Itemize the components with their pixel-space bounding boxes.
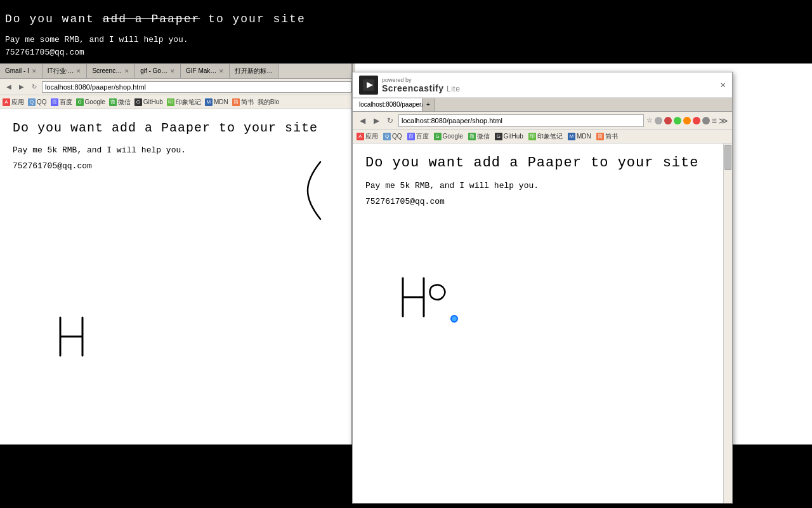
ov-bm-apps-icon: A [357, 133, 364, 140]
ov-bm-baidu-label: 百度 [416, 132, 429, 141]
tab-gif-go-label: gif - Go… [140, 67, 167, 74]
ov-address-input[interactable] [398, 114, 644, 127]
bm-wechat[interactable]: 微 微信 [109, 98, 131, 107]
bm-google[interactable]: G Google [76, 98, 105, 106]
ov-bm-qq[interactable]: Q QQ [383, 133, 402, 140]
top-subtext2: 752761705@qq.com [5, 48, 84, 57]
bm-baidu[interactable]: 百 百度 [51, 98, 72, 107]
tab-it-close[interactable]: ✕ [76, 68, 81, 74]
tab-gmail[interactable]: Gmail - I ✕ [0, 64, 43, 78]
ov-bm-evernote-label: 印象笔记 [537, 132, 563, 141]
ov-bm-mdn-label: MDN [577, 133, 591, 140]
ov-icon5[interactable] [693, 117, 700, 124]
address-input[interactable] [42, 81, 351, 93]
bg-tabs-bar: Gmail - I ✕ IT行业·… ✕ Screenc… ✕ gif - Go… [0, 64, 355, 79]
bm-baidu-icon: 百 [51, 98, 58, 106]
ov-subtext1: Pay me 5k RMB, and I will help you. [365, 181, 719, 190]
forward-button[interactable]: ▶ [16, 82, 27, 92]
ov-bm-apps-label: 应用 [365, 132, 378, 141]
ov-icon4[interactable] [683, 117, 691, 124]
ov-scrollbar-thumb[interactable] [724, 145, 731, 170]
sc-lite-label: Lite [447, 84, 460, 93]
ov-refresh-button[interactable]: ↻ [384, 116, 396, 125]
screencastify-header: powered by Screencastify Lite ✕ [353, 72, 732, 98]
bm-myblog[interactable]: 我的Blo [258, 98, 279, 107]
ov-bm-google-icon: G [434, 133, 442, 140]
ov-bm-google-label: Google [443, 133, 463, 140]
bm-qq[interactable]: Q QQ [28, 98, 47, 106]
ov-bm-mdn[interactable]: M MDN [568, 133, 591, 140]
bg-heading: Do you want add a Paaper to your site [13, 121, 343, 135]
ov-bm-jianshu-label: 简书 [605, 132, 618, 141]
bm-qq-icon: Q [28, 98, 36, 106]
ov-more-icon[interactable]: ≫ [719, 116, 728, 126]
ov-forward-button[interactable]: ▶ [370, 116, 382, 125]
ov-addr-icons: ☆ ≡ ≫ [646, 116, 728, 126]
sc-app-name: Screencastify Lite [382, 83, 460, 93]
ov-bm-qq-label: QQ [392, 133, 402, 140]
bm-wechat-label: 微信 [118, 98, 131, 107]
bm-baidu-label: 百度 [60, 98, 72, 107]
tab-screen-close[interactable]: ✕ [124, 68, 129, 74]
ov-icon2[interactable] [664, 117, 672, 124]
cursor-dot [450, 315, 458, 323]
bm-apps[interactable]: A 应用 [3, 98, 24, 107]
ov-icon1[interactable] [655, 117, 662, 124]
refresh-button[interactable]: ↻ [29, 82, 39, 92]
bm-mdn[interactable]: M MDN [205, 98, 228, 106]
bm-jianshu-label: 简书 [241, 98, 254, 107]
ov-icon6[interactable] [702, 117, 710, 124]
ov-scrollbar[interactable] [723, 144, 732, 503]
ov-menu-icon[interactable]: ≡ [712, 116, 717, 126]
tab-new[interactable]: 打开新的标… [230, 64, 278, 78]
ov-bm-evernote[interactable]: 印 印象笔记 [528, 132, 563, 141]
tab-it[interactable]: IT行业·… ✕ [43, 64, 88, 78]
top-subtext1: Pay me some RMB, and I will help you. [5, 35, 188, 44]
handwritten-h-bg [51, 311, 95, 368]
tab-gif-go-close[interactable]: ✕ [170, 68, 175, 74]
ov-bm-wechat[interactable]: 微 微信 [468, 132, 490, 141]
tab-gifmak[interactable]: GIF Mak… ✕ [181, 64, 230, 78]
ov-bookmarks-bar: A 应用 Q QQ 百 百度 G Google 微 微信 G GitHub [353, 130, 732, 144]
ov-tab-new[interactable]: + [422, 98, 435, 111]
tab-gif-go[interactable]: gif - Go… ✕ [135, 64, 181, 78]
heading-strikethrough: add a Paaper [103, 13, 200, 25]
sc-title-area: powered by Screencastify Lite [382, 77, 460, 93]
tab-screen-label: Screenc… [92, 67, 122, 74]
ov-bm-google[interactable]: G Google [434, 133, 463, 140]
tab-gifmak-label: GIF Mak… [186, 67, 216, 74]
bm-google-label: Google [85, 98, 105, 105]
back-button[interactable]: ◀ [4, 82, 14, 92]
ov-bm-apps[interactable]: A 应用 [357, 132, 378, 141]
ov-page-content: Do you want add a Paaper to your site Pa… [353, 144, 732, 224]
ov-icon3[interactable] [674, 117, 681, 124]
ov-bm-github[interactable]: G GitHub [495, 133, 523, 140]
bm-qq-label: QQ [37, 98, 47, 105]
ov-bm-github-label: GitHub [504, 133, 523, 140]
bm-apps-icon: A [3, 98, 10, 106]
bm-github[interactable]: G GitHub [134, 98, 163, 106]
bg-subtext2: 752761705@qq.com [13, 161, 343, 171]
ov-star-icon[interactable]: ☆ [646, 116, 653, 124]
tab-gmail-close[interactable]: ✕ [32, 68, 37, 74]
heading-text-2: to your site [208, 13, 306, 25]
bm-jianshu[interactable]: 简 简书 [232, 98, 254, 107]
bm-evernote-icon: 印 [167, 98, 174, 106]
ov-bm-baidu[interactable]: 百 百度 [407, 132, 429, 141]
ov-back-button[interactable]: ◀ [357, 116, 368, 125]
bm-wechat-icon: 微 [109, 98, 117, 106]
tab-gmail-label: Gmail - I [5, 67, 29, 74]
sc-close-button[interactable]: ✕ [721, 79, 726, 90]
ov-bm-jianshu[interactable]: 简 简书 [596, 132, 618, 141]
bm-evernote[interactable]: 印 印象笔记 [167, 98, 201, 107]
tab-screen[interactable]: Screenc… ✕ [87, 64, 135, 78]
ov-bm-jianshu-icon: 简 [596, 133, 604, 140]
ov-address-bar: ◀ ▶ ↻ ☆ ≡ ≫ [353, 112, 732, 130]
sc-logo-icon [359, 76, 378, 95]
ov-bm-evernote-icon: 印 [528, 133, 536, 140]
bm-github-icon: G [134, 98, 142, 106]
ov-tab-paaper[interactable]: localhost:8080/paaper/ ✕ [353, 98, 422, 111]
ov-tabs-bar: localhost:8080/paaper/ ✕ + [353, 98, 732, 112]
tab-gifmak-close[interactable]: ✕ [219, 68, 224, 74]
handwritten-ho-overlay [400, 273, 457, 327]
